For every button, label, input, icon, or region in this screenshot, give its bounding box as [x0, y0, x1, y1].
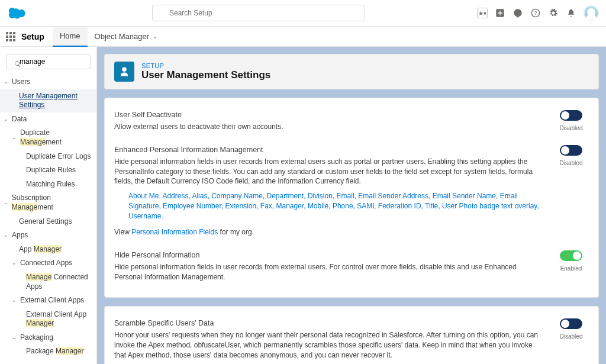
page-title: User Management Settings: [141, 69, 270, 81]
tree-item[interactable]: ⌄Feature Settings: [0, 359, 96, 359]
setting-description: Honor your users' requests when they no …: [114, 330, 544, 360]
settings-card: Scramble Specific Users' DataHonor your …: [104, 306, 599, 364]
global-search-wrap: [40, 5, 477, 21]
field-link[interactable]: Email Sender Name: [433, 192, 496, 200]
tree-item[interactable]: Duplicate Error Logs: [0, 150, 96, 164]
tree-item[interactable]: ⌄Subscription Management: [0, 191, 96, 214]
settings-card: User Self DeactivateAllow external users…: [104, 98, 599, 298]
context-app-name: Setup: [21, 32, 44, 41]
field-link[interactable]: User Photo badge text overlay: [442, 202, 537, 210]
svg-text:?: ?: [534, 10, 537, 16]
tree-item[interactable]: User Management Settings: [0, 89, 96, 112]
field-link[interactable]: Company Name: [211, 192, 263, 200]
tree-item-label[interactable]: User Management Settings: [19, 92, 78, 109]
setting-description: Hide personal information fields in user…: [114, 262, 544, 282]
field-link[interactable]: Mobile: [308, 202, 328, 210]
tree-item[interactable]: Duplicate Rules: [0, 163, 96, 178]
tree-item-label[interactable]: Manage Connected Apps: [26, 273, 88, 291]
tree-item-label[interactable]: Users: [12, 78, 30, 87]
tree-item[interactable]: ⌄Apps: [0, 228, 96, 243]
tree-item-label[interactable]: Duplicate Management: [20, 128, 93, 147]
field-link[interactable]: Division: [308, 192, 333, 200]
field-link[interactable]: Fax: [260, 202, 272, 210]
tree-item[interactable]: ⌄Packaging: [0, 331, 96, 345]
sidebar-filter-wrap: [6, 54, 91, 69]
notifications-bell-icon[interactable]: [566, 8, 576, 18]
setting-text: Scramble Specific Users' DataHonor your …: [114, 318, 544, 360]
setting-title: Enhanced Personal Information Management: [114, 145, 544, 156]
chevron-down-icon: ⌄: [12, 297, 18, 304]
setup-tree: ⌄UsersUser Management Settings⌄Data⌄Dupl…: [0, 75, 96, 359]
tree-item-label[interactable]: Subscription Management: [12, 194, 93, 212]
toggle-switch[interactable]: [560, 250, 582, 261]
search-icon: [14, 59, 21, 70]
chevron-down-icon: ⌄: [12, 134, 18, 141]
tree-item-label[interactable]: Apps: [12, 231, 28, 240]
field-link[interactable]: SAML Federation ID: [357, 202, 421, 210]
field-link[interactable]: Employee Number: [163, 202, 221, 210]
tree-item-label[interactable]: General Settings: [19, 217, 72, 226]
user-avatar[interactable]: [584, 5, 599, 21]
field-link[interactable]: About Me: [128, 192, 159, 200]
field-link[interactable]: Email: [337, 192, 354, 200]
field-link[interactable]: Manager: [276, 202, 304, 210]
tree-item-label[interactable]: Duplicate Rules: [26, 166, 76, 174]
tree-item-label[interactable]: Duplicate Error Logs: [26, 152, 91, 160]
tree-item[interactable]: ⌄Duplicate Management: [0, 126, 96, 149]
field-link[interactable]: Alias: [192, 192, 207, 200]
toggle-switch[interactable]: [560, 110, 582, 121]
view-link[interactable]: Personal Information Fields: [131, 228, 218, 236]
page-header: SETUP User Management Settings: [104, 54, 599, 89]
tree-item-label[interactable]: Packaging: [20, 333, 53, 343]
tree-item[interactable]: General Settings: [0, 215, 96, 229]
tree-item[interactable]: Matching Rules: [0, 178, 96, 192]
field-link[interactable]: Title: [425, 202, 438, 210]
help-icon[interactable]: ?: [530, 8, 541, 18]
field-link[interactable]: Address: [162, 192, 188, 200]
tree-item[interactable]: ⌄Users: [0, 75, 96, 89]
field-link[interactable]: Extension: [225, 202, 256, 210]
setting-description: Hide personal information fields in user…: [114, 157, 544, 186]
favorites-button[interactable]: ★▾: [477, 8, 488, 18]
setting-row: Enhanced Personal Information Management…: [114, 138, 589, 244]
setting-text: Enhanced Personal Information Management…: [114, 145, 544, 237]
tree-item[interactable]: Manage Connected Apps: [0, 270, 96, 294]
tree-item[interactable]: App Manager: [0, 243, 96, 257]
setup-sidebar: ⌄UsersUser Management Settings⌄Data⌄Dupl…: [0, 47, 97, 364]
tree-item-label[interactable]: Data: [12, 115, 27, 124]
tree-item-label[interactable]: Package Manager: [26, 347, 83, 355]
tree-item-label[interactable]: Connected Apps: [20, 259, 72, 268]
tree-item-label[interactable]: App Manager: [19, 245, 62, 253]
add-icon[interactable]: [495, 8, 505, 18]
tree-item-label[interactable]: External Client App Manager: [26, 310, 86, 328]
field-link[interactable]: Phone: [333, 202, 353, 210]
field-link[interactable]: Username: [128, 212, 161, 220]
toggle-state-label: Disabled: [553, 333, 589, 340]
toggle-switch[interactable]: [560, 318, 582, 329]
tree-item[interactable]: Package Manager: [0, 344, 96, 359]
app-launcher-icon[interactable]: [2, 28, 19, 45]
tree-item[interactable]: ⌄External Client Apps: [0, 294, 96, 308]
setup-gear-icon[interactable]: [548, 8, 559, 18]
field-link[interactable]: Email Sender Address: [358, 192, 428, 200]
tab-home[interactable]: Home: [53, 27, 88, 47]
tree-item-label[interactable]: External Client Apps: [20, 296, 84, 305]
toggle-column: Disabled: [553, 318, 589, 340]
salesforce-help-icon[interactable]: [512, 8, 523, 18]
page-eyebrow: SETUP: [141, 62, 270, 69]
body: ⌄UsersUser Management Settings⌄Data⌄Dupl…: [0, 47, 606, 364]
tree-item[interactable]: ⌄Connected Apps: [0, 256, 96, 270]
global-header: ★▾ ?: [0, 0, 606, 27]
toggle-column: Disabled: [553, 145, 589, 166]
setting-row: Hide Personal InformationHide personal i…: [114, 244, 589, 289]
tree-item[interactable]: ⌄Data: [0, 112, 96, 127]
tree-item[interactable]: External Client App Manager: [0, 308, 96, 331]
tree-item-label[interactable]: Matching Rules: [26, 180, 75, 188]
toggle-column: Disabled: [553, 110, 589, 131]
toggle-switch[interactable]: [560, 145, 582, 156]
tab-object-manager[interactable]: Object Manager⌄: [88, 27, 165, 47]
setting-title: Scramble Specific Users' Data: [114, 318, 544, 329]
chevron-down-icon: ⌄: [4, 116, 9, 123]
global-search-input[interactable]: [152, 5, 365, 21]
field-link[interactable]: Department: [267, 192, 304, 200]
